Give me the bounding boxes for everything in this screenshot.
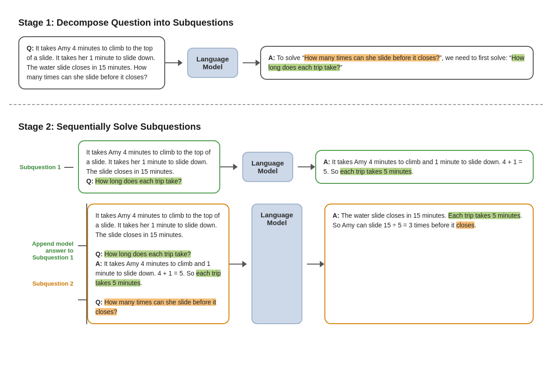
horiz-conn2 <box>78 299 87 300</box>
stage1-title: Stage 1: Decompose Question into Subques… <box>18 17 534 28</box>
stage2-row2-lm-line2: Model <box>261 219 293 226</box>
stage2-row2-q1-label: Q: <box>95 250 103 258</box>
stage2-row2-qbox: It takes Amy 4 minutes to climb to the t… <box>87 204 229 324</box>
stage2-row2-lm-line1: Language <box>261 211 293 219</box>
stage2-row2-answer-label: A: <box>333 212 340 219</box>
stage2-row1-lm-line1: Language <box>251 159 284 167</box>
arrowhead1 <box>178 60 183 66</box>
stage2-section: Stage 2: Sequentially Solve Subquestions… <box>9 113 543 334</box>
stage2-row1-abox: A: It takes Amy 4 minutes to climb and 1… <box>315 150 534 184</box>
arrowhead4 <box>311 164 315 170</box>
stage2-row1-answer-label: A: <box>323 158 330 166</box>
stage2-row1-q-label: Q: <box>86 177 94 185</box>
arrow5 <box>229 204 247 324</box>
stage2-row2-abox: A: The water slide closes in 15 minutes.… <box>324 204 534 324</box>
arrowhead3 <box>233 164 238 170</box>
stage2-row2-q2: How many times can she slide before it c… <box>95 298 216 315</box>
line5 <box>229 264 242 265</box>
append-label-line3: Subquestion 1 <box>32 254 73 261</box>
line4 <box>298 166 311 167</box>
subq2-label-area: Subquestion 2 <box>32 279 73 287</box>
horiz-conn1 <box>78 245 87 246</box>
stage2-title: Stage 2: Sequentially Solve Subquestions <box>18 121 534 132</box>
stage2-row1-lm-line2: Model <box>251 167 284 175</box>
stage1-lm-line1: Language <box>196 55 229 63</box>
connector-mid2 <box>78 299 87 300</box>
line6 <box>307 264 320 265</box>
stage1-answer-box: A: To solve “How many times can she slid… <box>260 46 534 80</box>
stage2-row1-context: It takes Amy 4 minutes to climb to the t… <box>86 149 211 175</box>
stage1-lm-line2: Model <box>196 63 229 71</box>
stage1-highlight1: How many times can she slide before it c… <box>304 54 440 61</box>
arrow3 <box>220 164 238 170</box>
vertical-connector <box>86 204 87 324</box>
stage2-row1-question: How long does each trip take? <box>95 177 181 185</box>
stage2-row2-q2-label: Q: <box>95 298 103 306</box>
stage2-row1-qbox: It takes Amy 4 minutes to climb to the t… <box>78 140 220 193</box>
subquestion2-label: Subquestion 2 <box>32 280 73 287</box>
arrowhead5 <box>242 261 247 267</box>
stage2-subquestion1-label: Subquestion 1 <box>20 164 61 171</box>
connector-mid1 <box>78 245 87 246</box>
stage2-row2-wrapper: Append model answer to Subquestion 1 Sub… <box>18 204 534 324</box>
stage1-section: Stage 1: Decompose Question into Subques… <box>9 9 543 99</box>
stage2-row2-q1: How long does each trip take? <box>104 250 190 258</box>
stage2-row2-connectors <box>78 204 87 324</box>
line1 <box>165 62 178 63</box>
stage2-row1: Subquestion 1 It takes Amy 4 minutes to … <box>18 140 534 193</box>
stage2-row1-lm-box: Language Model <box>242 152 293 182</box>
stage2-dash-line <box>64 167 73 168</box>
arrow6 <box>307 204 324 324</box>
stage1-flow-row: Q: It takes Amy 4 minutes to climb to th… <box>18 36 534 89</box>
stage1-answer-label: A: <box>268 54 275 61</box>
stage2-row1-label-area: Subquestion 1 <box>18 164 78 171</box>
append-label: Append model answer to Subquestion 1 <box>32 240 73 261</box>
arrow2 <box>243 60 260 66</box>
stage2-row2-lm-box: Language Model <box>251 204 302 324</box>
arrow4 <box>298 164 315 170</box>
stage1-question-box: Q: It takes Amy 4 minutes to climb to th… <box>18 36 165 89</box>
append-label-line1: Append model <box>32 240 73 247</box>
stage1-lm-box: Language Model <box>187 48 238 78</box>
append-label-line2: answer to <box>32 247 73 254</box>
arrowhead2 <box>256 60 260 66</box>
stage1-question-text: Q: It takes Amy 4 minutes to climb to th… <box>27 44 155 81</box>
arrowhead6 <box>320 261 324 267</box>
stage2-row2-highlight2: closes <box>456 221 474 229</box>
stage-divider <box>9 104 543 105</box>
line2 <box>243 62 256 63</box>
stage2-row2-a1-highlight: each trip takes 5 minutes <box>95 270 221 287</box>
stage2-row2-context: It takes Amy 4 minutes to climb to the t… <box>95 212 220 238</box>
stage2-row2-highlight1: Each trip takes 5 minutes <box>448 212 520 219</box>
stage2-row1-highlight: each trip takes 5 minutes <box>340 168 412 175</box>
line3 <box>220 166 233 167</box>
arrow1 <box>165 60 183 66</box>
stage2-row2-a1-label: A: <box>95 260 102 267</box>
stage2-row2-labels: Append model answer to Subquestion 1 Sub… <box>18 204 78 324</box>
